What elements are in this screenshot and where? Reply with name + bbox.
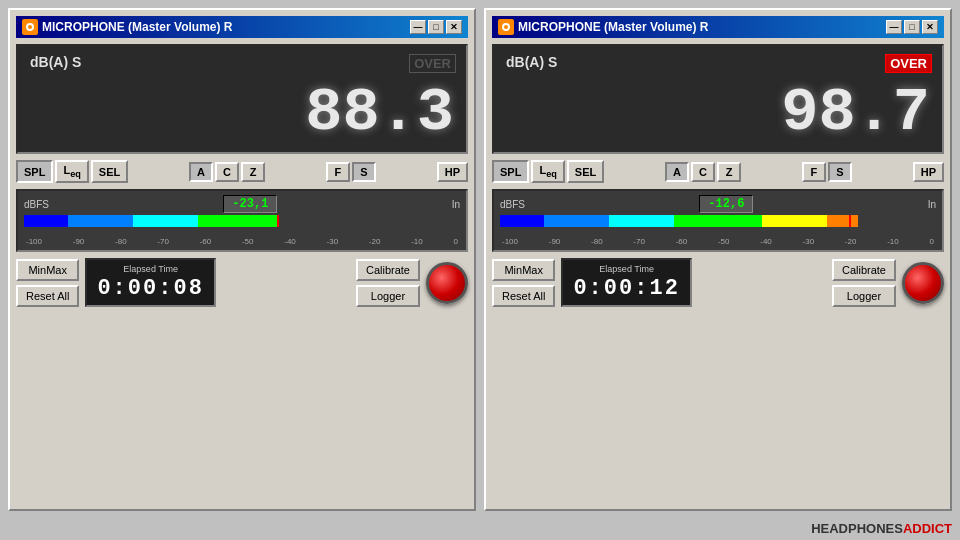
right-logger-btn[interactable]: Logger xyxy=(832,285,896,307)
left-app-icon xyxy=(22,19,38,35)
left-right-btns: Calibrate Logger xyxy=(356,259,420,307)
right-close-btn[interactable]: ✕ xyxy=(922,20,938,34)
right-z-btn[interactable]: Z xyxy=(717,162,741,182)
right-a-btn[interactable]: A xyxy=(665,162,689,182)
left-reset-btn[interactable]: Reset All xyxy=(16,285,79,307)
left-elapsed-time: 0:00:08 xyxy=(97,276,203,301)
left-title-text: MICROPHONE (Master Volume) R xyxy=(42,20,232,34)
right-vu-value: -12,6 xyxy=(699,195,753,213)
left-minimize-btn[interactable]: — xyxy=(410,20,426,34)
right-right-btns: Calibrate Logger xyxy=(832,259,896,307)
watermark-addict: ADDICT xyxy=(903,521,952,536)
left-fs-group: F S xyxy=(326,162,376,182)
right-acz-group: A C Z xyxy=(665,162,741,182)
right-vu-header: dBFS -12,6 In xyxy=(500,195,936,213)
left-close-btn[interactable]: ✕ xyxy=(446,20,462,34)
watermark: HEADPHONESADDICT xyxy=(0,519,960,540)
right-calibrate-btn[interactable]: Calibrate xyxy=(832,259,896,281)
right-vu-in: In xyxy=(928,199,936,210)
left-record-btn[interactable] xyxy=(426,262,468,304)
left-btn-row: SPL Leq SEL A C Z F S HP xyxy=(16,160,468,183)
right-btn-row: SPL Leq SEL A C Z F S HP xyxy=(492,160,944,183)
left-title-bar: MICROPHONE (Master Volume) R — □ ✕ xyxy=(16,16,468,38)
right-panel: MICROPHONE (Master Volume) R — □ ✕ dB(A)… xyxy=(484,8,952,511)
left-db-display: dB(A) S OVER 88.3 xyxy=(16,44,468,154)
right-bottom-row: MinMax Reset All Elapsed Time 0:00:12 Ca… xyxy=(492,258,944,307)
right-vu-marker xyxy=(849,215,851,227)
right-title-bar: MICROPHONE (Master Volume) R — □ ✕ xyxy=(492,16,944,38)
right-s-btn[interactable]: S xyxy=(828,162,852,182)
left-logger-btn[interactable]: Logger xyxy=(356,285,420,307)
left-a-btn[interactable]: A xyxy=(189,162,213,182)
right-c-btn[interactable]: C xyxy=(691,162,715,182)
left-vu-scale: -100 -90 -80 -70 -60 -50 -40 -30 -20 -10… xyxy=(24,237,460,246)
right-hp-btn[interactable]: HP xyxy=(913,162,944,182)
watermark-headphones: HEADPHONES xyxy=(811,521,903,536)
left-vu-label: dBFS xyxy=(24,199,49,210)
left-mode-group: SPL Leq SEL xyxy=(16,160,128,183)
left-vu-bar-container xyxy=(24,215,460,235)
left-vu-fill xyxy=(277,215,460,227)
left-panel: MICROPHONE (Master Volume) R — □ ✕ dB(A)… xyxy=(8,8,476,511)
right-vu-scale: -100 -90 -80 -70 -60 -50 -40 -30 -20 -10… xyxy=(500,237,936,246)
right-minmax-btn[interactable]: MinMax xyxy=(492,259,555,281)
left-bottom-row: MinMax Reset All Elapsed Time 0:00:08 Ca… xyxy=(16,258,468,307)
right-f-btn[interactable]: F xyxy=(802,162,826,182)
left-vu-value: -23,1 xyxy=(223,195,277,213)
right-reset-btn[interactable]: Reset All xyxy=(492,285,555,307)
right-vu-bar-container xyxy=(500,215,936,235)
left-z-btn[interactable]: Z xyxy=(241,162,265,182)
left-vu-in: In xyxy=(452,199,460,210)
right-title-controls: — □ ✕ xyxy=(886,20,938,34)
left-vu-marker xyxy=(277,215,279,227)
right-minimize-btn[interactable]: — xyxy=(886,20,902,34)
right-maximize-btn[interactable]: □ xyxy=(904,20,920,34)
left-acz-group: A C Z xyxy=(189,162,265,182)
right-mode-group: SPL Leq SEL xyxy=(492,160,604,183)
right-fs-group: F S xyxy=(802,162,852,182)
left-calibrate-btn[interactable]: Calibrate xyxy=(356,259,420,281)
right-leq-btn[interactable]: Leq xyxy=(531,160,564,183)
left-sel-btn[interactable]: SEL xyxy=(91,160,128,183)
left-c-btn[interactable]: C xyxy=(215,162,239,182)
right-app-icon xyxy=(498,19,514,35)
left-title-controls: — □ ✕ xyxy=(410,20,462,34)
svg-point-2 xyxy=(28,25,32,29)
right-vu-fill xyxy=(858,215,936,227)
left-btn-stack: MinMax Reset All xyxy=(16,259,79,307)
right-sel-btn[interactable]: SEL xyxy=(567,160,604,183)
left-elapsed-display: Elapsed Time 0:00:08 xyxy=(85,258,215,307)
right-vu-label: dBFS xyxy=(500,199,525,210)
left-spl-btn[interactable]: SPL xyxy=(16,160,53,183)
right-db-value: 98.7 xyxy=(506,82,930,144)
left-maximize-btn[interactable]: □ xyxy=(428,20,444,34)
right-title-left: MICROPHONE (Master Volume) R xyxy=(498,19,708,35)
left-vu-section: dBFS -23,1 In -100 -90 -80 -70 -60 -50 -… xyxy=(16,189,468,252)
left-f-btn[interactable]: F xyxy=(326,162,350,182)
right-over-badge: OVER xyxy=(885,54,932,73)
left-leq-btn[interactable]: Leq xyxy=(55,160,88,183)
right-elapsed-time: 0:00:12 xyxy=(573,276,679,301)
right-db-display: dB(A) S OVER 98.7 xyxy=(492,44,944,154)
right-btn-stack: MinMax Reset All xyxy=(492,259,555,307)
left-elapsed-label: Elapsed Time xyxy=(97,264,203,274)
right-spl-btn[interactable]: SPL xyxy=(492,160,529,183)
left-db-label: dB(A) S xyxy=(30,54,454,70)
right-title-text: MICROPHONE (Master Volume) R xyxy=(518,20,708,34)
left-db-value: 88.3 xyxy=(30,82,454,144)
right-record-btn[interactable] xyxy=(902,262,944,304)
svg-point-5 xyxy=(504,25,508,29)
left-s-btn[interactable]: S xyxy=(352,162,376,182)
left-title-left: MICROPHONE (Master Volume) R xyxy=(22,19,232,35)
right-db-label: dB(A) S xyxy=(506,54,930,70)
right-vu-section: dBFS -12,6 In -100 -90 -80 -70 -60 -50 -… xyxy=(492,189,944,252)
left-vu-header: dBFS -23,1 In xyxy=(24,195,460,213)
right-elapsed-label: Elapsed Time xyxy=(573,264,679,274)
left-over-badge: OVER xyxy=(409,54,456,73)
left-minmax-btn[interactable]: MinMax xyxy=(16,259,79,281)
left-hp-btn[interactable]: HP xyxy=(437,162,468,182)
right-elapsed-display: Elapsed Time 0:00:12 xyxy=(561,258,691,307)
